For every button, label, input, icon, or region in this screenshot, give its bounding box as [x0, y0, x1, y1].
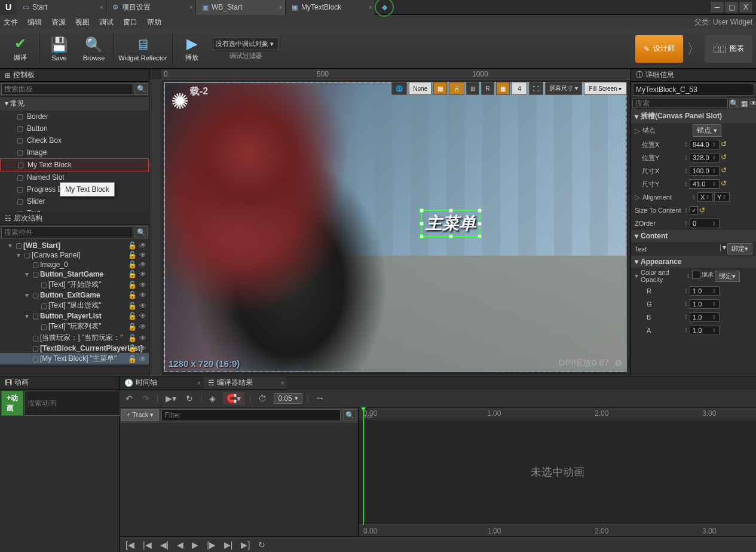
size-y-input[interactable]: 41.0 — [690, 179, 720, 189]
vp-outline-toggle[interactable]: ▦ — [433, 82, 447, 95]
menu-帮助[interactable]: 帮助 — [147, 17, 161, 27]
reset-stc[interactable]: ↺ — [699, 206, 705, 214]
dpi-settings-button[interactable]: ⚙ — [614, 358, 622, 369]
details-eye-button[interactable]: 👁 — [749, 99, 756, 108]
hierarchy-tab[interactable]: ☷ 层次结构 — [0, 212, 149, 225]
lock-icon[interactable]: 🔓 — [128, 312, 137, 320]
color-a-input[interactable]: 1.0 — [690, 326, 720, 335]
lock-icon[interactable]: 🔓 — [128, 344, 137, 352]
ue-logo[interactable]: U — [0, 0, 17, 15]
playhead[interactable] — [363, 407, 364, 536]
tp-gostart[interactable]: [◀ — [123, 540, 137, 550]
tl-redo[interactable]: ↷ — [140, 394, 152, 403]
text-bind-dropdown[interactable]: 绑定▾ — [727, 243, 752, 254]
eye-icon[interactable]: 👁 — [139, 312, 146, 320]
size-to-content-checkbox[interactable]: ✓ — [690, 206, 698, 214]
align-y[interactable]: Y — [714, 192, 730, 202]
vp-fill-dropdown[interactable]: Fill Screen ▾ — [584, 82, 627, 95]
minimize-btn[interactable]: ─ — [711, 2, 724, 13]
palette-item-slider[interactable]: ▢Slider — [0, 195, 149, 207]
tp-goend[interactable]: ▶] — [238, 540, 252, 550]
lock-icon[interactable]: 🔓 — [128, 241, 137, 250]
tree-row[interactable]: ▢[My Text Block] "主菜单"🔓👁 — [0, 353, 149, 364]
tree-row[interactable]: ▢[当前玩家：] "当前玩家："🔓👁 — [0, 332, 149, 344]
vp-zoom-fit-button[interactable]: ⛶ — [529, 82, 543, 95]
vp-locale-button[interactable]: 🌐 — [391, 82, 407, 95]
tree-row[interactable]: ▢[TextBlock_CurrentPlayerList]🔓👁 — [0, 344, 149, 353]
eye-icon[interactable]: 👁 — [139, 251, 146, 259]
tp-playrev[interactable]: ◀ — [175, 540, 186, 550]
tl-magnet[interactable]: 🧲▾ — [223, 392, 244, 405]
details-tab[interactable]: ⓘ 详细信息 — [631, 69, 756, 82]
add-track-button[interactable]: + Track ▾ — [121, 409, 159, 421]
lock-icon[interactable]: 🔓 — [128, 291, 137, 299]
vp-screen-size-dropdown[interactable]: 屏幕尺寸 ▾ — [545, 82, 582, 95]
menu-编辑[interactable]: 编辑 — [27, 17, 42, 27]
add-animation-button[interactable]: +动画 — [1, 391, 23, 416]
vp-grid-toggle[interactable]: ▦ — [496, 82, 510, 95]
eye-icon[interactable]: 👁 — [139, 334, 146, 342]
color-bind-dropdown[interactable]: 绑定▾ — [715, 271, 740, 282]
reset-sizey[interactable]: ↺ — [721, 179, 727, 189]
tp-next[interactable]: ▶| — [222, 540, 235, 550]
content-category[interactable]: ▾ Content — [631, 230, 756, 242]
tl-curves[interactable]: ⤳ — [314, 394, 326, 403]
lock-icon[interactable]: 🔓 — [128, 355, 137, 363]
palette-search-input[interactable] — [1, 83, 133, 95]
title-tab-WB_Start[interactable]: ▣WB_Start× — [196, 0, 286, 15]
play-button[interactable]: ▶ 播放 — [175, 32, 209, 66]
palette-item-named-slot[interactable]: ▢Named Slot — [0, 171, 149, 183]
reset-posy[interactable]: ↺ — [721, 153, 727, 162]
tl-speed-dropdown[interactable]: 0.05 ▾ — [274, 393, 302, 404]
palette-item-border[interactable]: ▢Border — [0, 111, 149, 122]
maximize-btn[interactable]: ▢ — [725, 2, 738, 13]
tl-key[interactable]: ◈ — [207, 394, 218, 403]
title-tab-项目设置[interactable]: ⚙项目设置× — [106, 0, 196, 15]
tl-loop[interactable]: ↻ — [183, 394, 195, 403]
debug-target-dropdown[interactable]: 没有选中调试对象 ▾ — [213, 38, 278, 50]
title-tab-MyTextBlock[interactable]: ▣MyTextBlock× — [286, 0, 375, 15]
tp-loop[interactable]: ↻ — [256, 540, 268, 550]
reset-sizex[interactable]: ↺ — [721, 166, 727, 176]
close-btn[interactable]: X — [739, 2, 752, 13]
reset-posx[interactable]: ↺ — [721, 140, 727, 149]
position-x-input[interactable]: 844.0 — [690, 140, 720, 149]
hierarchy-search-button[interactable]: 🔍 — [134, 226, 148, 238]
vp-r-button[interactable]: R — [481, 82, 494, 95]
tp-stepfwd[interactable]: |▶ — [204, 540, 218, 550]
inherit-color-checkbox[interactable] — [692, 271, 700, 279]
palette-item-button[interactable]: ▢Button — [0, 122, 149, 134]
track-filter-button[interactable]: 🔍 — [343, 409, 356, 421]
eye-icon[interactable]: 👁 — [139, 302, 146, 310]
tp-stepback[interactable]: ◀| — [158, 540, 172, 550]
menu-资源[interactable]: 资源 — [51, 17, 66, 27]
menu-调试[interactable]: 调试 — [99, 17, 114, 27]
size-x-input[interactable]: 100.0 — [690, 166, 720, 176]
details-search-button[interactable]: 🔍 — [729, 99, 739, 108]
tp-prev[interactable]: |◀ — [140, 540, 154, 550]
browse-button[interactable]: 🔍 Browse — [77, 32, 111, 66]
color-r-input[interactable]: 1.0 — [690, 286, 720, 296]
timeline-tab[interactable]: 🕓时间轴× — [120, 376, 203, 390]
lock-icon[interactable]: 🔓 — [128, 260, 137, 269]
menu-文件[interactable]: 文件 — [4, 17, 18, 27]
slot-category[interactable]: ▾ 插槽(Canvas Panel Slot) — [631, 109, 756, 123]
details-search-input[interactable] — [632, 99, 728, 108]
animations-tab[interactable]: 🎞 动画 — [0, 376, 119, 390]
appearance-category[interactable]: ▾ Appearance — [631, 256, 756, 268]
lock-icon[interactable]: 🔓 — [128, 334, 137, 342]
lock-icon[interactable]: 🔓 — [128, 302, 137, 310]
tree-row[interactable]: ▢[Text] "玩家列表"🔓👁 — [0, 321, 149, 332]
tree-row[interactable]: ▾▢Button_ExitGame🔓👁 — [0, 290, 149, 300]
lock-icon[interactable]: 🔓 — [128, 251, 137, 259]
graph-mode-button[interactable]: ⬚⬚ 图表 — [705, 35, 752, 63]
vp-layout-button[interactable]: ⊞ — [466, 82, 479, 95]
hierarchy-search-input[interactable] — [1, 226, 133, 238]
tl-fps[interactable]: ⏱ — [256, 394, 269, 403]
parent-class-label[interactable]: 父类: User Widget — [694, 17, 752, 27]
details-matrix-button[interactable]: ▦ — [740, 99, 748, 108]
lock-icon[interactable]: 🔓 — [128, 281, 137, 289]
eye-icon[interactable]: 👁 — [139, 355, 146, 363]
tl-play[interactable]: ▶▾ — [163, 394, 179, 403]
tab-close[interactable]: × — [279, 4, 283, 11]
